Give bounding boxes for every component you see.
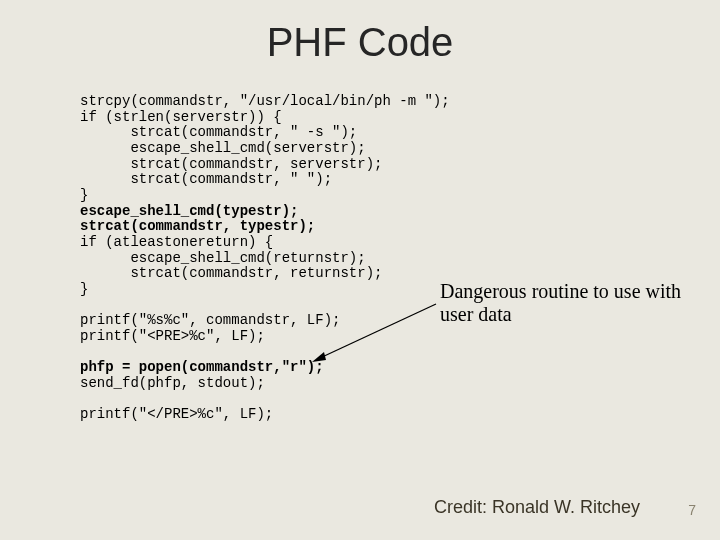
code-line: strcpy(commandstr, "/usr/local/bin/ph -m…: [80, 93, 450, 109]
code-line-bold: escape_shell_cmd(typestr);: [80, 203, 298, 219]
annotation-text: Dangerous routine to use with user data: [440, 280, 690, 326]
slide: PHF Code strcpy(commandstr, "/usr/local/…: [0, 0, 720, 540]
page-number: 7: [688, 502, 696, 518]
code-line: printf("<PRE>%c", LF);: [80, 328, 265, 344]
code-line: strcat(commandstr, serverstr);: [80, 156, 382, 172]
code-line: if (strlen(serverstr)) {: [80, 109, 282, 125]
code-line: strcat(commandstr, " -s ");: [80, 124, 357, 140]
code-line: escape_shell_cmd(returnstr);: [80, 250, 366, 266]
slide-title: PHF Code: [0, 20, 720, 65]
code-line: }: [80, 281, 88, 297]
code-line: if (atleastonereturn) {: [80, 234, 273, 250]
code-line-bold: phfp = popen(commandstr,"r");: [80, 359, 324, 375]
code-line: printf("</PRE>%c", LF);: [80, 406, 273, 422]
code-line: strcat(commandstr, returnstr);: [80, 265, 382, 281]
code-line: }: [80, 187, 88, 203]
code-line: strcat(commandstr, " ");: [80, 171, 332, 187]
code-line: printf("%s%c", commandstr, LF);: [80, 312, 340, 328]
code-line: send_fd(phfp, stdout);: [80, 375, 265, 391]
credit-text: Credit: Ronald W. Ritchey: [0, 497, 640, 518]
code-listing: strcpy(commandstr, "/usr/local/bin/ph -m…: [80, 94, 450, 423]
code-line: escape_shell_cmd(serverstr);: [80, 140, 366, 156]
code-line-bold: strcat(commandstr, typestr);: [80, 218, 315, 234]
